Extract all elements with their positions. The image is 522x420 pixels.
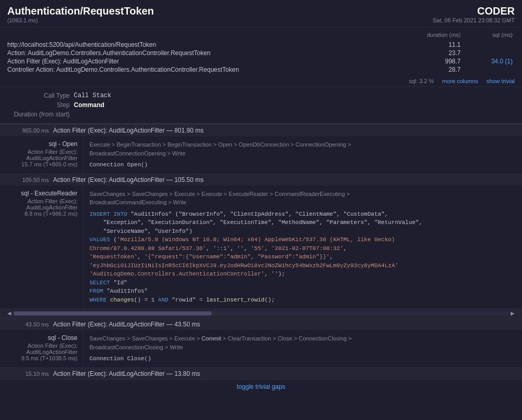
- sql-block-1: sql - Open Action Filter (Exec): AuditLo…: [0, 136, 522, 174]
- step-header-1: 865.00 ms Action Filter (Exec): AuditLog…: [0, 125, 522, 136]
- sql-left-3: sql - Close Action Filter (Exec): AuditL…: [0, 330, 83, 368]
- sql-code-3: Connection Close(): [89, 355, 516, 363]
- step-label-3: Action Filter (Exec): AuditLogActionFilt…: [53, 321, 200, 328]
- sql-callstack-1: Execute > BeginTransaction > BeginTransa…: [89, 140, 516, 158]
- sql-timing-2: 8.8 ms (T+986.2 ms): [5, 211, 77, 217]
- timeline-entry-2: 105.50 ms Action Filter (Exec): AuditLog…: [0, 174, 522, 319]
- page-title: Authentication/RequestToken: [7, 5, 154, 17]
- sql-left-2: sql - ExecuteReader Action Filter (Exec)…: [0, 186, 83, 309]
- sql-callstack-3: SaveChanges > SaveChanges > Execute > Co…: [89, 334, 516, 351]
- page-header: Authentication/RequestToken (1063.1 ms) …: [0, 0, 522, 27]
- more-columns-link[interactable]: more columns: [442, 78, 478, 84]
- metric-name-1: Action: AuditLogDemo.Controllers.Authent…: [7, 49, 400, 57]
- call-type-value: Call Stack: [74, 92, 515, 99]
- timeline-entry-3: 43.50 ms Action Filter (Exec): AuditLogA…: [0, 318, 522, 368]
- timeline-entry-4: 15.10 ms Action Filter (Exec): AuditLogA…: [0, 368, 522, 379]
- metric-sql-0: [463, 41, 515, 49]
- step-header-2: 105.50 ms Action Filter (Exec): AuditLog…: [0, 174, 522, 186]
- sql-timing-1: 15.7 ms (T+865.0 ms): [5, 161, 77, 167]
- call-type-label: Call Type: [7, 92, 70, 99]
- step-label: Step: [7, 101, 70, 109]
- step-header-3: 43.50 ms Action Filter (Exec): AuditLogA…: [0, 319, 522, 330]
- scrollbar-row: ◀ ▶: [0, 308, 522, 318]
- metric-duration-3: 28.7: [400, 65, 463, 74]
- sql-timing-3: 9.5 ms (T+1038.5 ms): [5, 355, 77, 361]
- table-row: Controller Action: AuditLogDemo.Controll…: [7, 65, 515, 74]
- sql-source-2: Action Filter (Exec): AuditLogActionFilt…: [5, 198, 77, 211]
- metric-name-0: http://localhost:5200/api/Authentication…: [7, 41, 400, 49]
- step-header-4: 15.10 ms Action Filter (Exec): AuditLogA…: [0, 368, 522, 379]
- metric-sql-3: [463, 65, 515, 74]
- metrics-table: duration (ms) sql (ms): [7, 31, 515, 38]
- scrollbar-thumb: [14, 311, 212, 316]
- toggle-trivial-link[interactable]: toggle trivial gaps: [237, 383, 285, 390]
- metric-sql-2: 34.0 (1): [463, 57, 515, 65]
- timeline-entry-1: 865.00 ms Action Filter (Exec): AuditLog…: [0, 124, 522, 174]
- header-left: Authentication/RequestToken (1063.1 ms): [7, 5, 154, 23]
- metric-duration-0: 11.1: [400, 41, 463, 49]
- sql-code-2: INSERT INTO "AuditInfos" ("BrowserInfo",…: [89, 210, 516, 305]
- table-row: http://localhost:5200/api/Authentication…: [7, 41, 515, 49]
- step-time-1: 865.00 ms: [7, 127, 49, 134]
- step-label-1: Action Filter (Exec): AuditLogActionFilt…: [53, 127, 203, 134]
- sql-block-2: sql - ExecuteReader Action Filter (Exec)…: [0, 186, 522, 309]
- sql-left-1: sql - Open Action Filter (Exec): AuditLo…: [0, 136, 83, 174]
- header-right: CODER Sat, 06 Feb 2021 23:08:32 GMT: [433, 5, 515, 23]
- sql-block-3: sql - Close Action Filter (Exec): AuditL…: [0, 330, 522, 368]
- duration-value: [74, 111, 515, 118]
- metric-name-2: Action Filter (Exec): AuditLogActionFilt…: [7, 57, 400, 65]
- sql-right-1: Execute > BeginTransaction > BeginTransa…: [83, 136, 522, 174]
- scrollbar-left-btn[interactable]: ◀: [7, 310, 11, 316]
- table-row: Action: AuditLogDemo.Controllers.Authent…: [7, 49, 515, 57]
- metrics-data-table: http://localhost:5200/api/Authentication…: [7, 41, 515, 74]
- sql-type-2: sql - ExecuteReader: [5, 190, 77, 197]
- sql-type-3: sql - Close: [5, 334, 77, 342]
- timeline: 865.00 ms Action Filter (Exec): AuditLog…: [0, 124, 522, 379]
- call-info-grid: Call Type Call Stack Step Command Durati…: [7, 92, 515, 118]
- header-datetime: Sat, 06 Feb 2021 23:08:32 GMT: [433, 17, 515, 23]
- sql-link[interactable]: 34.0 (1): [491, 58, 513, 65]
- sql-source-3: Action Filter (Exec): AuditLogActionFilt…: [5, 343, 77, 355]
- col-header-name: [7, 31, 400, 38]
- sql-code-1: Connection Open(): [89, 161, 516, 169]
- brand-logo: CODER: [433, 5, 515, 17]
- sql-right-3: SaveChanges > SaveChanges > Execute > Co…: [83, 330, 522, 368]
- page-subtitle: (1063.1 ms): [7, 17, 154, 23]
- scrollbar-track[interactable]: [14, 311, 508, 316]
- metric-duration-2: 998.7: [400, 57, 463, 65]
- col-header-duration: duration (ms): [400, 31, 463, 38]
- step-value: Command: [74, 101, 515, 109]
- metrics-section: duration (ms) sql (ms): [0, 27, 522, 41]
- metrics-rows: http://localhost:5200/api/Authentication…: [0, 41, 522, 76]
- metric-name-3: Controller Action: AuditLogDemo.Controll…: [7, 65, 400, 74]
- show-trivial-link[interactable]: show trivial: [487, 78, 515, 84]
- sql-source-1: Action Filter (Exec): AuditLogActionFilt…: [5, 149, 77, 161]
- call-info-section: Call Type Call Stack Step Command Durati…: [0, 87, 522, 124]
- page-footer: toggle trivial gaps: [0, 379, 522, 393]
- col-header-sql: sql (ms): [463, 31, 515, 38]
- metric-duration-1: 23.7: [400, 49, 463, 57]
- sql-pct-label: sql: 3.2 %: [409, 78, 434, 84]
- step-time-4: 15.10 ms: [7, 371, 49, 377]
- step-label-2: Action Filter (Exec): AuditLogActionFilt…: [53, 176, 203, 183]
- step-time-3: 43.50 ms: [7, 321, 49, 327]
- scrollbar-right-btn[interactable]: ▶: [511, 310, 515, 316]
- step-time-2: 105.50 ms: [7, 177, 49, 183]
- table-row: Action Filter (Exec): AuditLogActionFilt…: [7, 57, 515, 65]
- sql-pct-row: sql: 3.2 % more columns show trivial: [0, 76, 522, 87]
- step-label-4: Action Filter (Exec): AuditLogActionFilt…: [53, 370, 200, 377]
- sql-callstack-2: SaveChanges > SaveChanges > Execute > Ex…: [89, 190, 516, 207]
- sql-type-1: sql - Open: [5, 140, 77, 148]
- metric-sql-1: [463, 49, 515, 57]
- sql-right-2: SaveChanges > SaveChanges > Execute > Ex…: [83, 186, 522, 309]
- duration-label: Duration (from start): [7, 111, 70, 118]
